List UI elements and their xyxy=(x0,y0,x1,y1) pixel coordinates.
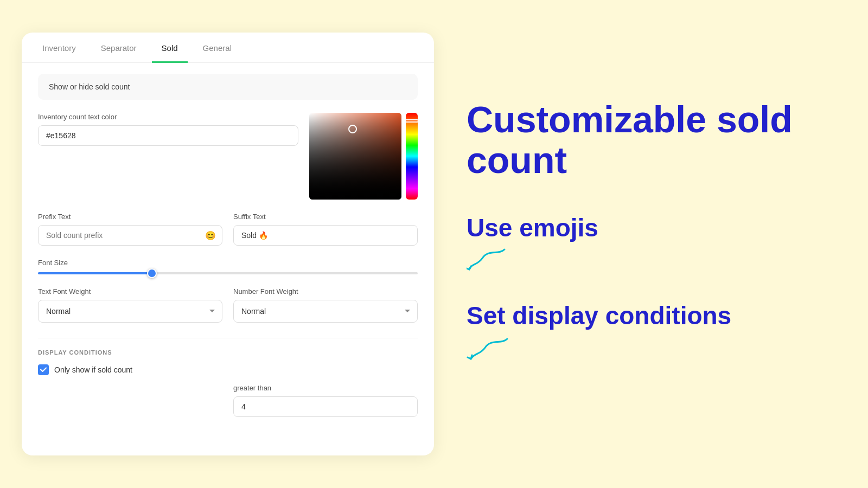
font-size-label: Font Size xyxy=(38,259,418,267)
card-body: Show or hide sold count Inventory count … xyxy=(22,63,434,428)
condition-right: greater than xyxy=(233,384,418,417)
color-hue-strip[interactable] xyxy=(406,113,418,200)
condition-value-input[interactable] xyxy=(233,396,418,417)
font-size-section: Font Size xyxy=(38,259,418,274)
color-section: Inventory count text color xyxy=(38,113,418,200)
prefix-text-input[interactable] xyxy=(38,225,222,246)
suffix-label: Suffix Text xyxy=(233,213,418,221)
only-show-checkbox[interactable] xyxy=(38,364,49,375)
suffix-input-wrapper xyxy=(233,225,418,246)
left-panel: Inventory Separator Sold General Show or… xyxy=(0,0,456,488)
slider-thumb[interactable] xyxy=(147,268,157,278)
settings-card: Inventory Separator Sold General Show or… xyxy=(22,33,434,455)
color-picker xyxy=(309,113,418,200)
feature-emojis-text: Use emojis xyxy=(467,213,835,242)
text-font-weight-group: Text Font Weight Normal Bold Light xyxy=(38,287,222,323)
tab-bar: Inventory Separator Sold General xyxy=(22,33,434,63)
show-hide-label: Show or hide sold count xyxy=(49,82,130,91)
prefix-suffix-row: Prefix Text 😊 Suffix Text xyxy=(38,213,418,246)
arrow-row-2 xyxy=(467,335,835,362)
slider-fill xyxy=(38,272,152,274)
suffix-text-input[interactable] xyxy=(233,225,418,246)
suffix-field-group: Suffix Text xyxy=(233,213,418,246)
condition-row: greater than xyxy=(38,384,418,417)
number-weight-label: Number Font Weight xyxy=(233,287,418,296)
font-size-slider-track[interactable] xyxy=(38,272,418,274)
number-font-weight-select[interactable]: Normal Bold Light xyxy=(233,300,418,323)
feature-block-emojis: Use emojis xyxy=(467,213,835,274)
tab-separator[interactable]: Separator xyxy=(91,33,146,63)
squiggle-arrow-1 xyxy=(467,247,510,274)
color-gradient[interactable] xyxy=(309,113,401,200)
prefix-label: Prefix Text xyxy=(38,213,222,221)
tab-inventory[interactable]: Inventory xyxy=(33,33,86,63)
condition-greater-label: greater than xyxy=(233,384,418,392)
tab-general[interactable]: General xyxy=(193,33,241,63)
display-conditions-section: DISPLAY CONDITIONS Only show if sold cou… xyxy=(38,338,418,417)
emoji-picker-icon[interactable]: 😊 xyxy=(205,230,216,241)
feature-conditions-text: Set display conditions xyxy=(467,301,835,330)
tab-sold[interactable]: Sold xyxy=(152,33,188,63)
feature-block-conditions: Set display conditions xyxy=(467,301,835,362)
checkbox-row: Only show if sold count xyxy=(38,364,418,375)
prefix-field-group: Prefix Text 😊 xyxy=(38,213,222,246)
checkmark-icon xyxy=(40,367,47,373)
number-font-weight-group: Number Font Weight Normal Bold Light xyxy=(233,287,418,323)
arrow-row-1 xyxy=(467,247,835,274)
prefix-input-wrapper: 😊 xyxy=(38,225,222,246)
font-weight-row: Text Font Weight Normal Bold Light Numbe… xyxy=(38,287,418,323)
color-circle-indicator xyxy=(348,125,357,133)
color-section-label: Inventory count text color xyxy=(38,113,298,121)
text-weight-label: Text Font Weight xyxy=(38,287,222,296)
color-input-area: Inventory count text color xyxy=(38,113,298,146)
only-show-label: Only show if sold count xyxy=(54,365,132,374)
conditions-title: DISPLAY CONDITIONS xyxy=(38,349,418,356)
color-hex-input[interactable] xyxy=(38,125,298,146)
squiggle-arrow-2 xyxy=(467,335,510,362)
text-font-weight-select[interactable]: Normal Bold Light xyxy=(38,300,222,323)
headline: Customizable sold count xyxy=(467,99,835,181)
show-hide-row: Show or hide sold count xyxy=(38,74,418,100)
right-panel: Customizable sold count Use emojis Set d… xyxy=(456,0,868,488)
hue-indicator xyxy=(405,119,419,123)
